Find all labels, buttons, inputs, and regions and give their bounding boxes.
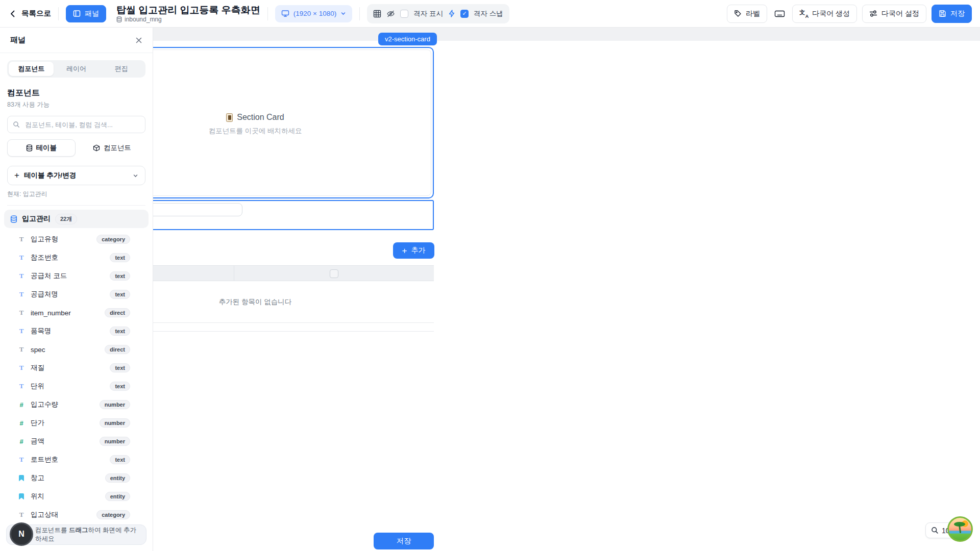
grid-show-checkbox[interactable] bbox=[400, 10, 408, 18]
field-label: 참조번호 bbox=[31, 253, 58, 262]
tab-components[interactable]: 컴포넌트 bbox=[9, 62, 54, 76]
eye-off-icon bbox=[386, 10, 395, 18]
field-type-icon bbox=[17, 235, 26, 243]
field-type-badge: entity bbox=[105, 473, 130, 483]
field-type-icon bbox=[17, 511, 26, 519]
label-button[interactable]: 라벨 bbox=[727, 5, 767, 23]
field-type-icon bbox=[17, 493, 26, 500]
field-row[interactable]: 공급처 코드 text bbox=[3, 267, 150, 285]
field-row[interactable]: 단위 text bbox=[3, 377, 150, 395]
field-type-icon bbox=[17, 290, 26, 298]
save-button[interactable]: 저장 bbox=[932, 5, 972, 23]
field-type-badge: number bbox=[100, 437, 130, 446]
field-type-badge: entity bbox=[105, 492, 130, 501]
field-label: spec bbox=[31, 346, 45, 354]
drag-hint: N 컴포넌트를 드래그하여 화면에 추가하세요 bbox=[6, 524, 146, 545]
field-type-icon bbox=[17, 327, 26, 335]
field-row[interactable]: spec direct bbox=[3, 340, 150, 359]
back-to-list-button[interactable]: 목록으로 bbox=[8, 9, 51, 18]
field-type-badge: text bbox=[110, 253, 130, 262]
source-tab-table[interactable]: 테이블 bbox=[7, 139, 76, 157]
field-type-icon bbox=[17, 345, 26, 354]
field-type-icon bbox=[17, 475, 26, 482]
available-count: 83개 사용 가능 bbox=[7, 101, 145, 109]
package-icon bbox=[93, 144, 100, 152]
panel-tab-bar: 컴포넌트 레이어 편집 bbox=[7, 60, 145, 78]
grid-snap-label: 격자 스냅 bbox=[474, 9, 503, 18]
field-row[interactable]: 입고수량 number bbox=[3, 395, 150, 414]
tab-layers[interactable]: 레이어 bbox=[54, 62, 99, 76]
search-icon bbox=[13, 121, 20, 128]
field-type-badge: direct bbox=[105, 345, 130, 354]
field-label: 금액 bbox=[31, 437, 44, 446]
field-row[interactable]: 위치 entity bbox=[3, 487, 150, 506]
field-type-badge: text bbox=[110, 382, 130, 391]
add-row-button[interactable]: + 추가 bbox=[393, 242, 434, 259]
field-type-icon bbox=[17, 438, 26, 445]
field-row[interactable]: 단가 number bbox=[3, 414, 150, 432]
resolution-value: (980 × 551) bbox=[293, 10, 336, 17]
add-change-table-dropdown[interactable]: + 테이블 추가/변경 bbox=[7, 166, 145, 185]
section-card-subtitle: 컴포넌트를 이곳에 배치하세요 bbox=[208, 127, 302, 136]
canvas-save-button[interactable]: 저장 bbox=[374, 533, 434, 549]
selection-component-tag: v2-section-card bbox=[378, 33, 437, 45]
tab-edit[interactable]: 편집 bbox=[99, 62, 144, 76]
arrow-left-icon bbox=[8, 9, 17, 18]
field-label: item_number bbox=[31, 309, 71, 317]
field-type-badge: text bbox=[110, 455, 130, 464]
field-type-icon bbox=[17, 401, 26, 409]
grid-snap-checkbox[interactable]: ✓ bbox=[460, 10, 469, 18]
field-type-badge: text bbox=[110, 363, 130, 372]
field-type-badge: category bbox=[96, 510, 130, 519]
save-icon bbox=[939, 10, 946, 17]
field-row[interactable]: 품목명 text bbox=[3, 322, 150, 340]
field-row[interactable]: 입고유형 category bbox=[3, 230, 150, 248]
section-card-title: Section Card bbox=[237, 113, 284, 122]
header-checkbox[interactable] bbox=[330, 269, 338, 278]
field-type-icon bbox=[17, 382, 26, 390]
grid-options-group: 격자 표시 ✓ 격자 스냅 bbox=[367, 4, 509, 23]
top-toolbar: 목록으로 패널 탑씰 입고관리 입고등록 우측화면 inbound_mng (1… bbox=[0, 0, 980, 28]
i18n-settings-button[interactable]: 다국어 설정 bbox=[862, 5, 926, 23]
field-row[interactable]: 금액 number bbox=[3, 432, 150, 450]
field-row[interactable]: 재질 text bbox=[3, 359, 150, 377]
lightning-icon bbox=[448, 10, 455, 17]
field-type-icon bbox=[17, 364, 26, 372]
field-label: 공급처명 bbox=[31, 290, 58, 299]
field-row[interactable]: 참조번호 text bbox=[3, 248, 150, 267]
page-title: 탑씰 입고관리 입고등록 우측화면 bbox=[116, 5, 260, 15]
i18n-generate-button[interactable]: 文A 다국어 생성 bbox=[792, 5, 857, 23]
source-tab-bar: 테이블 컴포넌트 bbox=[7, 139, 145, 157]
component-search bbox=[7, 116, 145, 133]
plus-icon: + bbox=[402, 246, 407, 255]
close-icon[interactable] bbox=[135, 37, 142, 44]
divider bbox=[58, 7, 59, 20]
field-row[interactable]: 창고 entity bbox=[3, 469, 150, 487]
field-row[interactable]: 입고상태 category bbox=[3, 506, 150, 519]
table-group-header[interactable]: 입고관리 22개 bbox=[4, 210, 149, 228]
field-type-badge: number bbox=[100, 418, 130, 428]
search-input[interactable] bbox=[24, 120, 140, 129]
field-row[interactable]: 로트번호 text bbox=[3, 450, 150, 469]
chevron-down-icon bbox=[133, 173, 138, 179]
field-type-icon bbox=[17, 419, 26, 427]
source-tab-component[interactable]: 컴포넌트 bbox=[79, 139, 146, 157]
field-label: 단가 bbox=[31, 418, 44, 428]
field-label: 입고유형 bbox=[31, 235, 58, 244]
avatar: N bbox=[10, 522, 33, 546]
grid-show-label: 격자 표시 bbox=[413, 9, 443, 18]
field-type-badge: number bbox=[100, 400, 130, 409]
left-panel: 패널 컴포넌트 레이어 편집 컴포넌트 83개 사용 가능 테이블 bbox=[0, 28, 153, 551]
panel-toggle-button[interactable]: 패널 bbox=[66, 5, 106, 22]
field-row[interactable]: 공급처명 text bbox=[3, 285, 150, 304]
field-row[interactable]: item_number direct bbox=[3, 304, 150, 322]
shortcuts-button[interactable] bbox=[772, 5, 787, 23]
field-type-icon bbox=[17, 254, 26, 262]
plus-icon: + bbox=[14, 170, 19, 181]
tag-icon bbox=[734, 10, 742, 17]
panel-left-icon bbox=[73, 10, 81, 17]
back-label: 목록으로 bbox=[21, 9, 51, 18]
field-label: 단위 bbox=[31, 382, 44, 391]
resolution-selector[interactable]: (980 × 551) bbox=[275, 5, 352, 22]
panel-title: 패널 bbox=[10, 35, 26, 45]
